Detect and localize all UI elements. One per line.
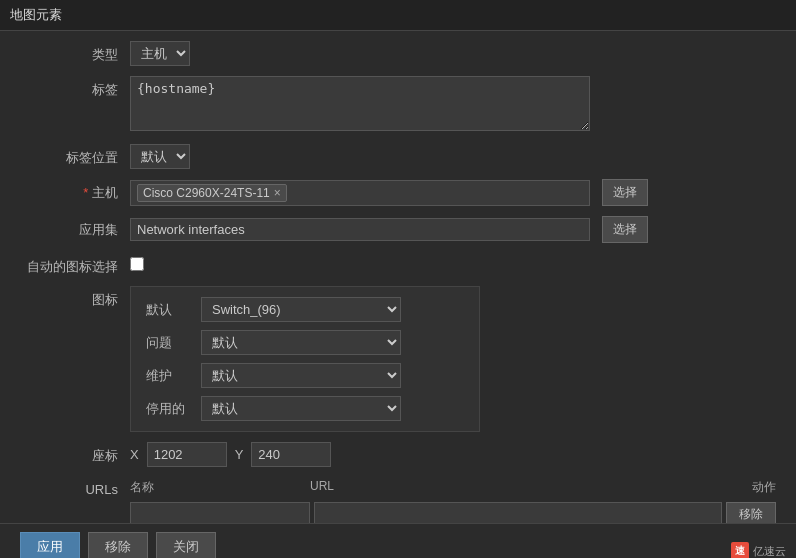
label-position-select[interactable]: 默认 上 下 左 右	[130, 144, 190, 169]
appset-control: Network interfaces 选择	[130, 216, 776, 243]
auto-icon-checkbox[interactable]	[130, 257, 144, 271]
icon-row: 图标 默认 Switch_(96) 默认 Computer_(96) Route…	[20, 286, 776, 432]
footer-bar: 应用 移除 关闭 速 亿速云	[0, 523, 796, 558]
close-button[interactable]: 关闭	[156, 532, 216, 558]
type-row: 类型 主机 图片 文字	[20, 41, 776, 66]
icon-problem-label: 问题	[146, 334, 201, 352]
coord-y-label: Y	[235, 447, 244, 462]
watermark-text: 亿速云	[753, 544, 786, 559]
coord-x-input[interactable]	[147, 442, 227, 467]
type-label: 类型	[20, 41, 130, 64]
apply-button[interactable]: 应用	[20, 532, 80, 558]
icon-section: 默认 Switch_(96) 默认 Computer_(96) Router_(…	[130, 286, 480, 432]
icon-problem-select[interactable]: 默认	[201, 330, 401, 355]
icon-maintenance-row: 维护 默认	[146, 363, 464, 388]
appset-value-text: Network interfaces	[137, 222, 245, 237]
host-row: 主机 Cisco C2960X-24TS-11 × 选择	[20, 179, 776, 206]
host-tag-text: Cisco C2960X-24TS-11	[143, 186, 270, 200]
label-textarea[interactable]: {hostname}	[130, 76, 590, 131]
host-input-wrap: Cisco C2960X-24TS-11 ×	[130, 180, 590, 206]
icon-disabled-select[interactable]: 默认	[201, 396, 401, 421]
coord-label: 座标	[20, 442, 130, 465]
auto-icon-label: 自动的图标选择	[20, 253, 130, 276]
icon-default-select[interactable]: Switch_(96) 默认 Computer_(96) Router_(96)	[201, 297, 401, 322]
icon-maintenance-label: 维护	[146, 367, 201, 385]
type-control: 主机 图片 文字	[130, 41, 776, 66]
appset-row: 应用集 Network interfaces 选择	[20, 216, 776, 243]
label-control: {hostname}	[130, 76, 776, 134]
watermark: 速 亿速云	[731, 542, 786, 558]
host-tag: Cisco C2960X-24TS-11 ×	[137, 184, 287, 202]
urls-col-action: 动作	[716, 479, 776, 496]
icon-disabled-label: 停用的	[146, 400, 201, 418]
icon-disabled-row: 停用的 默认	[146, 396, 464, 421]
label-position-control: 默认 上 下 左 右	[130, 144, 776, 169]
auto-icon-row: 自动的图标选择	[20, 253, 776, 276]
icon-label: 图标	[20, 286, 130, 309]
label-position-row: 标签位置 默认 上 下 左 右	[20, 144, 776, 169]
urls-label: URLs	[20, 477, 130, 497]
type-select[interactable]: 主机 图片 文字	[130, 41, 190, 66]
coord-control: X Y	[130, 442, 776, 467]
host-label: 主机	[20, 179, 130, 202]
icon-maintenance-select[interactable]: 默认	[201, 363, 401, 388]
auto-icon-control	[130, 253, 776, 271]
icon-default-row: 默认 Switch_(96) 默认 Computer_(96) Router_(…	[146, 297, 464, 322]
urls-header: 名称 URL 动作	[130, 477, 776, 498]
host-control: Cisco C2960X-24TS-11 × 选择	[130, 179, 776, 206]
icon-control: 默认 Switch_(96) 默认 Computer_(96) Router_(…	[130, 286, 776, 432]
host-select-button[interactable]: 选择	[602, 179, 648, 206]
label-label: 标签	[20, 76, 130, 99]
label-position-label: 标签位置	[20, 144, 130, 167]
watermark-logo: 速	[731, 542, 749, 558]
urls-col-name: 名称	[130, 479, 310, 496]
section-title: 地图元素	[0, 0, 796, 31]
appset-value-wrap: Network interfaces	[130, 218, 590, 241]
coord-row: 座标 X Y	[20, 442, 776, 467]
section-title-text: 地图元素	[10, 7, 62, 22]
label-row: 标签 {hostname}	[20, 76, 776, 134]
urls-col-url: URL	[310, 479, 716, 496]
appset-select-button[interactable]: 选择	[602, 216, 648, 243]
remove-button[interactable]: 移除	[88, 532, 148, 558]
icon-default-label: 默认	[146, 301, 201, 319]
coord-x-label: X	[130, 447, 139, 462]
coord-y-input[interactable]	[251, 442, 331, 467]
appset-label: 应用集	[20, 216, 130, 239]
icon-problem-row: 问题 默认	[146, 330, 464, 355]
host-tag-remove[interactable]: ×	[274, 186, 281, 200]
